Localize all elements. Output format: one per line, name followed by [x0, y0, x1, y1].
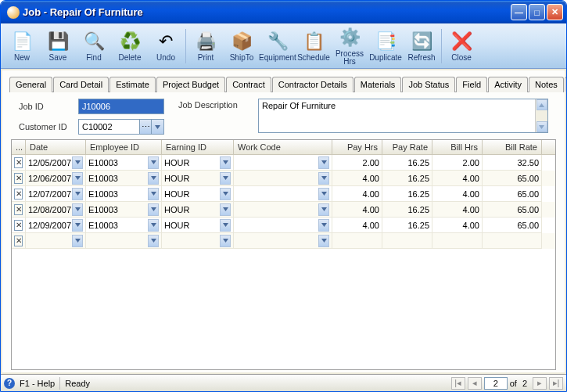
- cell-payhrs[interactable]: 4.00: [332, 218, 382, 233]
- dropdown-icon[interactable]: [220, 188, 231, 200]
- dropdown-icon[interactable]: [318, 156, 329, 169]
- dropdown-icon[interactable]: [318, 235, 329, 247]
- dropdown-icon[interactable]: [148, 203, 159, 216]
- cell-payrate[interactable]: 16.25: [382, 171, 432, 186]
- tab-job-status[interactable]: Job Status: [402, 77, 455, 92]
- pager-first[interactable]: |◂: [451, 377, 465, 390]
- dropdown-icon[interactable]: [220, 172, 231, 185]
- tab-card-detail[interactable]: Card Detail: [53, 77, 109, 92]
- row-delete[interactable]: ✕: [12, 218, 26, 233]
- cell-employee[interactable]: E10003: [86, 218, 162, 233]
- find-button[interactable]: 🔍Find: [76, 26, 112, 67]
- refresh-button[interactable]: 🔄Refresh: [404, 26, 440, 67]
- tab-contract[interactable]: Contract: [226, 77, 271, 92]
- cell-billrate[interactable]: 65.00: [483, 218, 542, 233]
- dropdown-icon[interactable]: [72, 219, 83, 232]
- cell-date[interactable]: 12/07/2007: [26, 186, 86, 202]
- cell-workcode[interactable]: [234, 155, 332, 171]
- new-button[interactable]: 📄New: [4, 26, 40, 67]
- dropdown-icon[interactable]: [72, 156, 83, 169]
- pager-current[interactable]: [484, 377, 508, 390]
- customer-id-input[interactable]: [78, 119, 139, 135]
- dropdown-icon[interactable]: [318, 188, 329, 200]
- dropdown-icon[interactable]: [148, 156, 159, 169]
- dropdown-icon[interactable]: [72, 235, 83, 247]
- col-date[interactable]: Date: [26, 140, 86, 154]
- cell-billrate[interactable]: 65.00: [483, 171, 542, 186]
- cell-billhrs[interactable]: 2.00: [432, 155, 483, 171]
- pager-prev[interactable]: ◂: [468, 377, 482, 390]
- cell-billrate[interactable]: 65.00: [483, 186, 542, 202]
- dropdown-icon[interactable]: [220, 203, 231, 216]
- delete-x-icon[interactable]: ✕: [14, 157, 23, 168]
- cell-payhrs[interactable]: [332, 233, 382, 249]
- cell-workcode[interactable]: [234, 233, 332, 249]
- cell-payrate[interactable]: [382, 233, 432, 249]
- cell-billrate[interactable]: [483, 233, 542, 249]
- tab-contractor-details[interactable]: Contractor Details: [272, 77, 353, 92]
- tab-activity[interactable]: Activity: [488, 77, 528, 92]
- cell-payrate[interactable]: 16.25: [382, 202, 432, 218]
- save-button[interactable]: 💾Save: [40, 26, 76, 67]
- cell-employee[interactable]: E10003: [86, 202, 162, 218]
- dropdown-icon[interactable]: [318, 219, 329, 232]
- dropdown-icon[interactable]: [318, 203, 329, 216]
- tab-project-budget[interactable]: Project Budget: [156, 77, 225, 92]
- col-earning[interactable]: Earning ID: [162, 140, 234, 154]
- col-workcode[interactable]: Work Code: [234, 140, 332, 154]
- equipment-button[interactable]: 🔧Equipment: [260, 26, 296, 67]
- cell-date[interactable]: 12/05/2007: [26, 155, 86, 171]
- cell-date[interactable]: 12/08/2007: [26, 202, 86, 218]
- cell-date[interactable]: 12/09/2007: [26, 218, 86, 233]
- cell-date[interactable]: [26, 233, 86, 249]
- cell-payrate[interactable]: 16.25: [382, 186, 432, 202]
- dropdown-icon[interactable]: [148, 172, 159, 185]
- cell-billrate[interactable]: 65.00: [483, 202, 542, 218]
- dropdown-icon[interactable]: [148, 235, 159, 247]
- cell-payhrs[interactable]: 4.00: [332, 186, 382, 202]
- dropdown-icon[interactable]: [148, 219, 159, 232]
- delete-x-icon[interactable]: ✕: [14, 173, 23, 184]
- job-id-input[interactable]: [78, 99, 164, 114]
- maximize-button[interactable]: □: [529, 4, 545, 20]
- tab-general[interactable]: General: [9, 77, 52, 92]
- cell-payhrs[interactable]: 4.00: [332, 202, 382, 218]
- dropdown-icon[interactable]: [220, 156, 231, 169]
- cell-billhrs[interactable]: [432, 233, 483, 249]
- tab-field[interactable]: Field: [456, 77, 487, 92]
- duplicate-button[interactable]: 📑Duplicate: [368, 26, 404, 67]
- col-billrate[interactable]: Bill Rate: [483, 140, 542, 154]
- cell-employee[interactable]: E10003: [86, 171, 162, 186]
- job-desc-textarea[interactable]: Repair Of Furniture: [258, 99, 548, 133]
- dropdown-icon[interactable]: [72, 172, 83, 185]
- cell-earning[interactable]: HOUR: [162, 186, 234, 202]
- close-window-button[interactable]: ✕: [547, 4, 563, 20]
- dropdown-icon[interactable]: [318, 172, 329, 185]
- row-delete[interactable]: ✕: [12, 186, 26, 202]
- cell-workcode[interactable]: [234, 186, 332, 202]
- col-payrate[interactable]: Pay Rate: [382, 140, 432, 154]
- desc-scrollbar[interactable]: [535, 99, 547, 132]
- processhrs-button[interactable]: ⚙️Process Hrs: [332, 26, 368, 67]
- tab-estimate[interactable]: Estimate: [109, 77, 156, 92]
- cell-billhrs[interactable]: 4.00: [432, 186, 483, 202]
- print-button[interactable]: 🖨️Print: [188, 26, 224, 67]
- delete-x-icon[interactable]: ✕: [14, 236, 23, 246]
- close-button[interactable]: ❌Close: [443, 26, 479, 67]
- minimize-button[interactable]: —: [511, 4, 527, 20]
- cell-employee[interactable]: [86, 233, 162, 249]
- col-employee[interactable]: Employee ID: [86, 140, 162, 154]
- scroll-up-icon[interactable]: [536, 99, 547, 110]
- dropdown-icon[interactable]: [72, 203, 83, 216]
- cell-payrate[interactable]: 16.25: [382, 218, 432, 233]
- cell-billrate[interactable]: 32.50: [483, 155, 542, 171]
- cell-workcode[interactable]: [234, 202, 332, 218]
- tab-materials[interactable]: Materials: [354, 77, 402, 92]
- cell-employee[interactable]: E10003: [86, 186, 162, 202]
- customer-lookup-button[interactable]: ⋯: [139, 119, 152, 135]
- row-delete[interactable]: ✕: [12, 171, 26, 186]
- dropdown-icon[interactable]: [220, 235, 231, 247]
- col-payhrs[interactable]: Pay Hrs: [332, 140, 382, 154]
- shipto-button[interactable]: 📦ShipTo: [224, 26, 260, 67]
- delete-x-icon[interactable]: ✕: [14, 189, 23, 200]
